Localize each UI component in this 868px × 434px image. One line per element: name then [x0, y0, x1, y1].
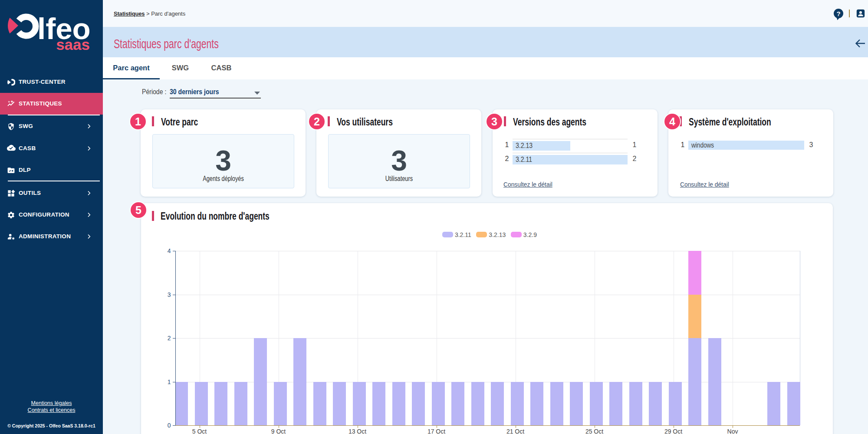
- svg-text:saas: saas: [56, 36, 90, 52]
- svg-text:?: ?: [836, 10, 840, 17]
